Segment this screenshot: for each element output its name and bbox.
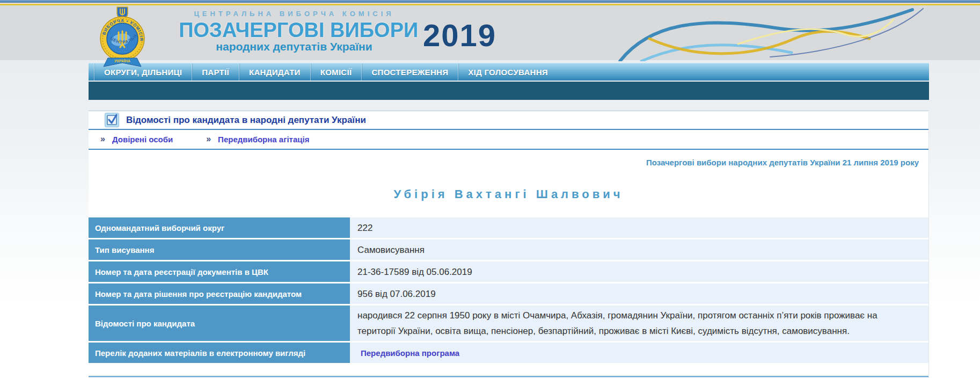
decorative-swoosh bbox=[612, 5, 934, 61]
secondary-nav-bar bbox=[89, 82, 929, 100]
section-title: Відомості про кандидата в народні депута… bbox=[126, 115, 366, 126]
candidate-name: Убірія Вахтангі Шалвович bbox=[89, 187, 928, 201]
link-peredvyborna-ahitatsiia[interactable]: Передвиборна агітація bbox=[218, 135, 309, 144]
cvk-emblem-icon[interactable]: ВИБОРЧА • КОМІСІЯ ЦЕНТРАЛЬНА УКРАЇНА bbox=[98, 6, 147, 72]
site-header: ВИБОРЧА • КОМІСІЯ ЦЕНТРАЛЬНА УКРАЇНА ЦЕН… bbox=[0, 5, 980, 60]
link-peredvyborna-prohrama[interactable]: Передвиборна програма bbox=[361, 345, 459, 361]
row-value: 956 від 07.06.2019 bbox=[350, 284, 928, 304]
candidate-info-table: Одномандатний виборчий округ 222 Тип вис… bbox=[89, 217, 928, 363]
election-year: 2019 bbox=[423, 17, 496, 53]
page-main-title: ПОЗАЧЕРГОВІ ВИБОРИ bbox=[179, 19, 409, 41]
chevron-right-icon: » bbox=[206, 134, 211, 144]
row-value: 21-36-17589 від 05.06.2019 bbox=[350, 261, 928, 282]
table-row: Одномандатний виборчий округ 222 bbox=[89, 217, 928, 238]
table-row: Тип висування Самовисування bbox=[89, 239, 928, 260]
nav-item-kandydaty[interactable]: КАНДИДАТИ bbox=[239, 63, 310, 81]
row-value: народився 22 серпня 1950 року в місті Оч… bbox=[350, 306, 928, 341]
emblem-ribbon-text: УКРАЇНА bbox=[114, 59, 130, 63]
ballot-checkbox-icon bbox=[105, 113, 119, 127]
commission-label: ЦЕНТРАЛЬНА ВИБОРЧА КОМІСІЯ bbox=[179, 10, 409, 18]
link-group: » Передвиборна агітація bbox=[206, 134, 309, 144]
row-label: Номер та дата рішення про реєстрацію кан… bbox=[89, 284, 350, 304]
row-label: Відомості про кандидата bbox=[89, 306, 350, 341]
link-group: » Довірені особи bbox=[100, 134, 173, 144]
table-row: Перелік доданих матеріалів в електронном… bbox=[89, 343, 928, 363]
table-row: Номер та дата рішення про реєстрацію кан… bbox=[89, 284, 928, 304]
footer-copyright: © WWW ІАС "Вибори народних депутатів Укр… bbox=[89, 376, 928, 378]
row-value: Самовисування bbox=[350, 239, 928, 260]
table-row: Відомості про кандидата народився 22 сер… bbox=[89, 306, 928, 341]
row-label: Номер та дата реєстрації документів в ЦВ… bbox=[89, 261, 350, 282]
link-dovireni-osoby[interactable]: Довірені особи bbox=[112, 135, 173, 144]
row-value: 222 bbox=[350, 217, 928, 238]
row-label: Тип висування bbox=[89, 239, 350, 260]
nav-item-komisii[interactable]: КОМІСІЇ bbox=[310, 63, 362, 81]
header-titles: ЦЕНТРАЛЬНА ВИБОРЧА КОМІСІЯ ПОЗАЧЕРГОВІ В… bbox=[179, 10, 409, 53]
row-label: Одномандатний виборчий округ bbox=[89, 217, 350, 238]
sub-links-row: » Довірені особи » Передвиборна агітація bbox=[89, 130, 928, 150]
main-nav: ОКРУГИ, ДІЛЬНИЦІ ПАРТІЇ КАНДИДАТИ КОМІСІ… bbox=[89, 63, 929, 81]
nav-item-sposterezhennia[interactable]: СПОСТЕРЕЖЕННЯ bbox=[361, 63, 458, 81]
row-value: Передвиборна програма bbox=[350, 343, 928, 363]
election-note: Позачергові вибори народних депутатів Ук… bbox=[89, 150, 928, 167]
page-sub-title: народних депутатів України bbox=[179, 41, 409, 53]
main-content: Відомості про кандидата в народні депута… bbox=[89, 111, 929, 378]
nav-item-khid-holosuvannia[interactable]: ХІД ГОЛОСУВАННЯ bbox=[458, 63, 558, 81]
nav-item-partii[interactable]: ПАРТІЇ bbox=[192, 63, 239, 81]
row-label: Перелік доданих матеріалів в електронном… bbox=[89, 343, 350, 363]
section-header: Відомості про кандидата в народні депута… bbox=[89, 111, 928, 130]
chevron-right-icon: » bbox=[100, 134, 105, 144]
table-row: Номер та дата реєстрації документів в ЦВ… bbox=[89, 261, 928, 282]
